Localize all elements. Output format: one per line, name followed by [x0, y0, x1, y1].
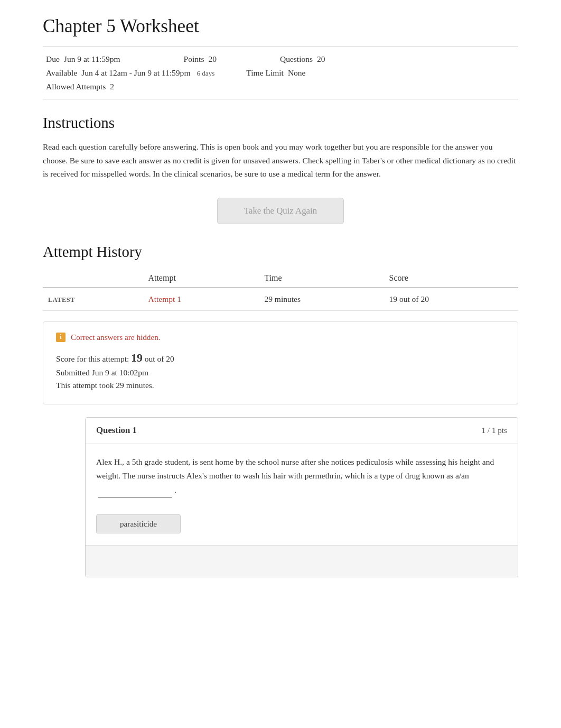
questions-value: 20 [317, 54, 325, 64]
attempt-badge: LATEST [43, 288, 143, 311]
col-header-time: Time [259, 269, 384, 288]
time-limit-meta: Time Limit None [246, 68, 305, 78]
submitted-info: Submitted Jun 9 at 10:02pm [56, 368, 505, 377]
attempt-link[interactable]: Attempt 1 [148, 294, 181, 303]
question-body: Alex H., a 5th grade student, is sent ho… [86, 444, 518, 545]
question-1-card: Question 1 1 / 1 pts Alex H., a 5th grad… [85, 417, 518, 577]
take-quiz-again-button[interactable]: Take the Quiz Again [217, 198, 344, 224]
available-value: Jun 4 at 12am - Jun 9 at 11:59pm [81, 68, 190, 78]
attempt-history-heading: Attempt History [43, 243, 518, 261]
table-row: LATEST Attempt 1 29 minutes 19 out of 20 [43, 288, 518, 311]
instructions-section: Instructions Read each question carefull… [43, 114, 518, 181]
due-label: Due [46, 54, 60, 64]
question-header: Question 1 1 / 1 pts [86, 418, 518, 444]
question-text-part1: Alex H., a 5th grade student, is sent ho… [96, 457, 494, 480]
attempt-score: 19 out of 20 [384, 288, 518, 311]
available-sub: 6 days [197, 69, 214, 78]
col-header-attempt: Attempt [143, 269, 259, 288]
available-label: Available [46, 68, 77, 78]
table-header-row: Attempt Time Score [43, 269, 518, 288]
question-pts: 1 / 1 pts [481, 426, 507, 435]
quiz-again-container: Take the Quiz Again [43, 198, 518, 224]
questions-meta: Questions 20 [280, 54, 325, 64]
attempt-details-box: i Correct answers are hidden. Score for … [43, 321, 518, 404]
question-text: Alex H., a 5th grade student, is sent ho… [96, 455, 507, 497]
blank-underline [98, 483, 172, 497]
instructions-heading: Instructions [43, 114, 518, 132]
answer-box: parasiticide [96, 514, 181, 533]
score-number: 19 [131, 352, 143, 364]
col-header-score: Score [384, 269, 518, 288]
hidden-answers-notice: i Correct answers are hidden. [56, 333, 505, 342]
allowed-label: Allowed Attempts [46, 82, 106, 91]
points-value: 20 [208, 54, 217, 64]
latest-label: LATEST [48, 296, 75, 303]
allowed-value: 2 [110, 82, 114, 91]
points-meta: Points 20 [184, 54, 217, 64]
attempt-history-table: Attempt Time Score LATEST Attempt 1 29 m… [43, 269, 518, 311]
due-meta: Due Jun 9 at 11:59pm [46, 54, 120, 64]
question-bottom [86, 545, 518, 577]
attempt-link-cell[interactable]: Attempt 1 [143, 288, 259, 311]
quiz-meta-section: Due Jun 9 at 11:59pm Points 20 Questions… [43, 47, 518, 99]
page-title: Chapter 5 Worksheet [43, 16, 518, 37]
question-title: Question 1 [96, 425, 137, 436]
time-limit-value: None [288, 68, 306, 78]
allowed-attempts-meta: Allowed Attempts 2 [46, 82, 114, 91]
points-label: Points [184, 54, 204, 64]
attempt-time: 29 minutes [259, 288, 384, 311]
attempt-history-section: Attempt History Attempt Time Score LATES… [43, 243, 518, 311]
score-label: Score for this attempt: [56, 354, 129, 363]
available-meta: Available Jun 4 at 12am - Jun 9 at 11:59… [46, 68, 214, 78]
question-text-part2: . [174, 485, 176, 494]
duration-info: This attempt took 29 minutes. [56, 381, 505, 390]
warning-icon: i [56, 333, 66, 342]
col-header-badge [43, 269, 143, 288]
score-suffix: out of 20 [145, 354, 174, 363]
hidden-answers-text: Correct answers are hidden. [71, 333, 161, 342]
due-value: Jun 9 at 11:59pm [64, 54, 120, 64]
score-info-row: Score for this attempt: 19 out of 20 [56, 352, 505, 365]
instructions-text: Read each question carefully before answ… [43, 140, 518, 181]
time-limit-label: Time Limit [246, 68, 284, 78]
questions-label: Questions [280, 54, 313, 64]
